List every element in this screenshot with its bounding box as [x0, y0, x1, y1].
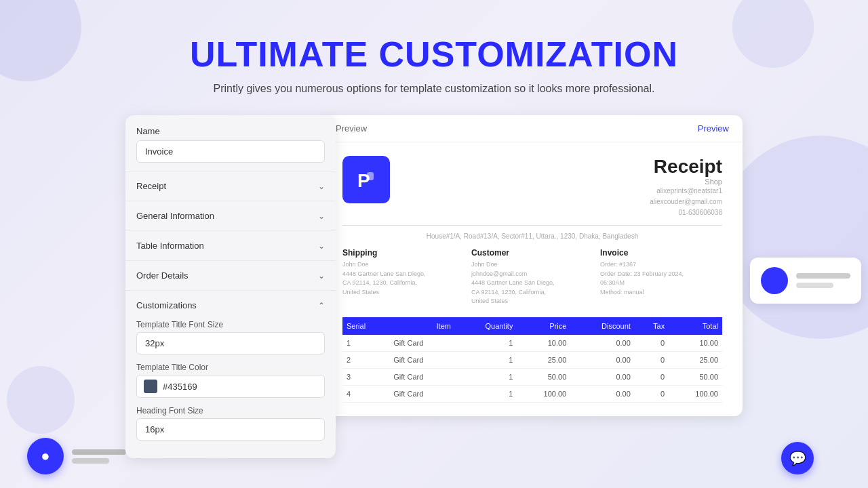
shipping-customer-grid: Shipping John Doe4448 Gartner Lane San D…	[342, 248, 722, 306]
chat-bubble-left[interactable]: ●	[27, 438, 64, 474]
receipt-chevron-icon: ⌄	[318, 182, 325, 191]
receipt-label: Receipt	[136, 181, 166, 191]
float-right-panel	[750, 258, 861, 304]
customizations-chevron-icon: ⌃	[318, 301, 325, 310]
cell-discount: 0.00	[570, 368, 635, 385]
customizations-section: Customizations ⌃ Template Title Font Siz…	[125, 291, 336, 458]
info-line3: 01-630606038	[650, 207, 722, 218]
preview-header: Preview Preview	[322, 115, 743, 142]
invoice-title: Invoice	[600, 248, 722, 258]
float-line-short	[796, 283, 833, 288]
bottom-line-2	[72, 458, 109, 464]
cell-discount: 0.00	[570, 385, 635, 402]
cell-price: 50.00	[517, 368, 570, 385]
heading-font-size-input[interactable]	[136, 418, 325, 441]
cell-qty: 1	[455, 368, 517, 385]
invoice-col: Invoice Order: #1367Order Date: 23 Febru…	[600, 248, 722, 306]
receipt-section: Receipt ⌄	[125, 171, 336, 201]
receipt-toggle[interactable]: Receipt ⌄	[125, 171, 336, 201]
heading-font-size-label: Heading Font Size	[136, 406, 325, 415]
name-label: Name	[136, 126, 325, 136]
invoice-lines: Order: #1367Order Date: 23 February 2024…	[600, 260, 722, 297]
right-panel: Preview Preview P Receipt Shop alixepr	[322, 115, 743, 416]
customer-title: Customer	[471, 248, 593, 258]
cell-price: 100.00	[517, 385, 570, 402]
cell-discount: 0.00	[570, 351, 635, 368]
receipt-address: House#1/A, Road#13/A, Sector#11, Uttara.…	[342, 232, 722, 240]
hero-title: ULTIMATE CUSTOMIZATION	[14, 34, 854, 75]
bottom-line-1	[72, 449, 126, 455]
general-info-toggle[interactable]: General Information ⌄	[125, 201, 336, 230]
table-head: Serial Item Quantity Price Discount Tax …	[342, 317, 722, 335]
preview-body: P Receipt Shop alixeprints@neatstar1 ali…	[322, 142, 743, 416]
font-size-group: Template Title Font Size	[136, 320, 325, 354]
cell-qty: 1	[455, 335, 517, 352]
cell-item: Gift Card	[389, 368, 455, 385]
receipt-header: P Receipt Shop alixeprints@neatstar1 ali…	[342, 156, 722, 218]
table-info-label: Table Information	[136, 241, 204, 251]
table-body: 1 Gift Card 1 10.00 0.00 0 10.00 2 Gift …	[342, 335, 722, 403]
cell-total: 25.00	[669, 351, 722, 368]
col-item: Item	[389, 317, 455, 335]
cell-serial: 4	[342, 385, 389, 402]
customer-lines: John Doejohndoe@gmail.com4448 Gartner La…	[471, 260, 593, 306]
hero-subtitle: Printly gives you numerous options for t…	[14, 83, 854, 95]
cell-tax: 0	[635, 385, 669, 402]
shipping-title: Shipping	[342, 248, 465, 258]
info-line2: aliexcouder@gmail.com	[650, 197, 722, 207]
cell-item: Gift Card	[389, 335, 455, 352]
col-total: Total	[669, 317, 722, 335]
info-line1: alixeprints@neatstar1	[650, 186, 722, 197]
order-details-section: Order Details ⌄	[125, 261, 336, 291]
cell-total: 50.00	[669, 368, 722, 385]
name-input[interactable]	[136, 140, 325, 163]
order-details-toggle[interactable]: Order Details ⌄	[125, 261, 336, 290]
float-lines	[796, 273, 850, 288]
order-details-chevron-icon: ⌄	[318, 271, 325, 281]
svg-rect-2	[367, 172, 374, 180]
customizations-label: Customizations	[136, 300, 197, 310]
chat-bubble-right[interactable]: 💬	[781, 442, 814, 474]
cell-tax: 0	[635, 351, 669, 368]
preview-link[interactable]: Preview	[698, 123, 729, 134]
receipt-title-text: Receipt	[650, 156, 722, 178]
receipt-title-block: Receipt Shop alixeprints@neatstar1 aliex…	[650, 156, 722, 218]
cell-qty: 1	[455, 351, 517, 368]
table-info-toggle[interactable]: Table Information ⌄	[125, 231, 336, 260]
float-line-long	[796, 273, 850, 279]
title-color-label: Template Title Color	[136, 363, 325, 372]
cell-tax: 0	[635, 335, 669, 352]
font-size-label: Template Title Font Size	[136, 320, 325, 329]
shipping-lines: John Doe4448 Gartner Lane San Diego,CA 9…	[342, 260, 465, 297]
cell-total: 100.00	[669, 385, 722, 402]
table-info-section: Table Information ⌄	[125, 231, 336, 261]
cell-price: 25.00	[517, 351, 570, 368]
heading-font-size-group: Heading Font Size	[136, 406, 325, 441]
table-row: 3 Gift Card 1 50.00 0.00 0 50.00	[342, 368, 722, 385]
cell-item: Gift Card	[389, 385, 455, 402]
customer-col: Customer John Doejohndoe@gmail.com4448 G…	[471, 248, 593, 306]
receipt-table: Serial Item Quantity Price Discount Tax …	[342, 317, 722, 403]
cell-qty: 1	[455, 385, 517, 402]
general-info-section: General Information ⌄	[125, 201, 336, 231]
table-row: 1 Gift Card 1 10.00 0.00 0 10.00	[342, 335, 722, 352]
name-section: Name	[125, 115, 336, 171]
printly-logo: P	[342, 156, 390, 203]
cell-serial: 2	[342, 351, 389, 368]
general-info-chevron-icon: ⌄	[318, 211, 325, 221]
table-header-row: Serial Item Quantity Price Discount Tax …	[342, 317, 722, 335]
table-info-chevron-icon: ⌄	[318, 241, 325, 251]
font-size-input[interactable]	[136, 332, 325, 354]
col-price: Price	[517, 317, 570, 335]
shipping-col: Shipping John Doe4448 Gartner Lane San D…	[342, 248, 465, 306]
general-info-label: General Information	[136, 211, 214, 221]
preview-label: Preview	[336, 123, 367, 134]
customizations-header: Customizations ⌃	[136, 300, 325, 310]
float-avatar	[761, 267, 788, 294]
title-color-group: Template Title Color #435169	[136, 363, 325, 398]
cell-tax: 0	[635, 368, 669, 385]
cell-price: 10.00	[517, 335, 570, 352]
color-input-wrapper[interactable]: #435169	[136, 375, 325, 398]
receipt-info-lines: alixeprints@neatstar1 aliexcouder@gmail.…	[650, 186, 722, 218]
table-row: 2 Gift Card 1 25.00 0.00 0 25.00	[342, 351, 722, 368]
